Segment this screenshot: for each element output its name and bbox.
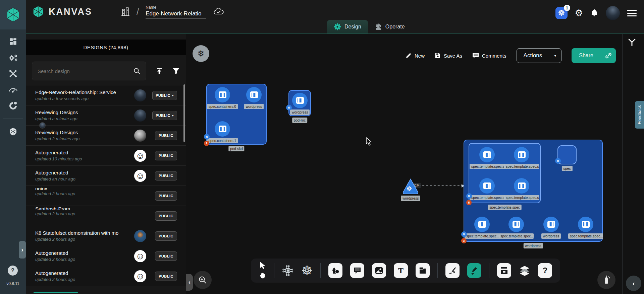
shapes-tool-button[interactable] [328, 263, 342, 278]
import-design-icon[interactable] [156, 67, 163, 75]
design-search-input[interactable] [38, 68, 133, 74]
toolbar-help-button[interactable]: ? [538, 263, 552, 278]
design-row[interactable]: K8 Statefulset demonstration with mo upd… [26, 226, 186, 246]
feedback-tab[interactable]: Feedback [635, 101, 644, 129]
actions-split-button[interactable]: Actions ▾ [517, 48, 562, 63]
sidebar-item-configuration[interactable] [5, 68, 21, 79]
share-split-button[interactable]: Share [572, 48, 616, 63]
notifications-bell-icon[interactable] [590, 9, 598, 17]
service-node[interactable]: ☸ wordpress [401, 178, 420, 201]
visibility-badge[interactable]: PUBLIC [155, 151, 177, 160]
actions-caret-icon[interactable]: ▾ [549, 49, 561, 63]
meshery-logo-tile[interactable] [0, 0, 26, 29]
kubernetes-badge-icon[interactable]: ☸ [466, 193, 472, 199]
visibility-badge[interactable]: PUBLIC [155, 251, 177, 261]
pod-template-group[interactable]: spec.template.spec.s... spec.template.sp… [469, 143, 541, 203]
design-row[interactable]: Reviewing Designs updated a minute ago P… [26, 105, 186, 125]
user-avatar[interactable] [606, 6, 620, 20]
design-row[interactable]: Autogenerated updated 10 minutes ago ☺ P… [26, 145, 186, 165]
freehand-draw-tool-button[interactable] [467, 263, 481, 278]
kubernetes-badge-icon[interactable]: ☸ [461, 231, 467, 237]
tab-design[interactable]: Design [327, 20, 368, 33]
container-node[interactable]: spec.template.spec.s... [471, 147, 503, 169]
kanvas-brand[interactable]: KANVAS [32, 5, 92, 18]
filter-icon[interactable] [172, 68, 180, 74]
container-node[interactable]: spec.template.spec... [570, 217, 602, 239]
kubernetes-tool-icon[interactable]: ☸ [301, 263, 313, 278]
component-drawer-button[interactable] [497, 263, 511, 278]
canvas-menu-button[interactable]: ❄ [193, 45, 209, 62]
whiteboard-spray-button[interactable] [597, 271, 615, 289]
container-node[interactable]: spec.containers.0 [206, 87, 238, 109]
select-tool-cursor-icon[interactable] [259, 262, 266, 270]
zoom-in-button[interactable] [194, 271, 212, 289]
layers-button[interactable] [519, 265, 530, 276]
save-as-button[interactable]: Save As [435, 53, 462, 59]
design-row[interactable]: Autogenerated updated 2 hours ago ☺ PUBL… [26, 266, 186, 286]
sidebar-item-performance[interactable] [5, 84, 21, 95]
container-node[interactable]: spec.template.spec... [466, 217, 498, 239]
settings-gear-icon[interactable]: ⚙ [575, 8, 583, 18]
container-node[interactable]: spec.containers.1 [206, 121, 238, 143]
pen-tool-button[interactable] [445, 263, 460, 278]
help-icon[interactable]: ? [8, 266, 18, 276]
error-count-badge[interactable]: 2 [204, 141, 209, 146]
design-row[interactable]: Santhosh-Prom updated 2 hours ago PUBLIC [26, 206, 186, 226]
deployment-group[interactable]: spec.template.spec.s... spec.template.sp… [464, 140, 603, 242]
kubernetes-badge-icon[interactable]: ☸ [555, 158, 561, 164]
pod-skd-group[interactable]: spec.containers.0 wordpress spec.contain… [206, 84, 267, 145]
search-icon[interactable] [133, 67, 141, 75]
components-circuit-icon[interactable] [282, 265, 293, 276]
new-button[interactable]: New [406, 53, 425, 59]
visibility-badge[interactable]: PUBLIC ▾ [152, 111, 177, 120]
panel-scrollbar[interactable] [183, 84, 185, 142]
container-node[interactable]: wordpress [284, 93, 316, 115]
menu-hamburger-icon[interactable] [627, 10, 637, 16]
container-node[interactable]: spec.template.spec... [500, 217, 532, 239]
container-node[interactable]: wordpress [238, 87, 270, 109]
pod-roc-group[interactable]: wordpress ☸ pod-roc [288, 90, 311, 116]
container-node[interactable]: spec.template.spec.s... [505, 147, 538, 169]
visibility-badge[interactable]: PUBLIC [155, 191, 177, 201]
design-name-input[interactable] [146, 10, 206, 18]
dock-collapse-chevron[interactable]: ‹ [626, 276, 641, 291]
design-canvas[interactable]: ❄ New Save As [186, 34, 644, 294]
kubernetes-badge-icon[interactable]: ☸ [204, 134, 210, 140]
share-label[interactable]: Share [572, 48, 601, 63]
comment-tool-button[interactable] [350, 263, 364, 278]
panel-collapse-button[interactable]: ‹ [186, 274, 193, 291]
error-count-badge[interactable]: 3 [461, 238, 467, 243]
text-tool-button[interactable]: T [394, 263, 408, 278]
merge-fork-icon[interactable] [628, 38, 636, 46]
sidebar-expand-button[interactable]: › [19, 241, 26, 259]
design-row[interactable]: Reviewing Designs updated 2 minutes ago … [26, 125, 186, 145]
tab-operate[interactable]: Operate [368, 20, 412, 33]
design-row[interactable]: Autogenerated updated 2 hours ago ☺ PUBL… [26, 246, 186, 266]
visibility-badge[interactable]: PUBLIC [155, 231, 177, 241]
visibility-badge[interactable]: PUBLIC [155, 131, 177, 140]
visibility-badge[interactable]: PUBLIC [155, 272, 177, 281]
visibility-badge[interactable]: PUBLIC [155, 171, 177, 180]
sidebar-item-dashboard[interactable] [5, 36, 21, 47]
error-count-badge[interactable]: 5 [466, 200, 472, 205]
sidebar-item-extensions[interactable] [5, 100, 21, 111]
note-tool-button[interactable] [416, 263, 430, 278]
design-row[interactable]: Edge-Network-Relationship: Service updat… [26, 85, 186, 105]
container-node[interactable]: wordpress [535, 217, 567, 239]
copy-link-icon[interactable] [601, 48, 616, 63]
image-tool-button[interactable] [372, 263, 386, 278]
visibility-badge[interactable]: PUBLIC ▾ [152, 91, 177, 100]
kubernetes-context-chip[interactable]: ☸ 1 [555, 7, 568, 19]
container-node[interactable]: spec.template.spec.s... [471, 178, 503, 200]
container-node[interactable]: spec.template.spec.s... [505, 178, 538, 200]
comments-button[interactable]: Comments [472, 53, 506, 59]
sidebar-item-kanvas[interactable] [5, 126, 21, 137]
spec-node[interactable]: ☸ spec [557, 145, 577, 164]
sidebar-item-lifecycle[interactable] [5, 52, 21, 63]
organization-icon[interactable] [121, 7, 130, 16]
actions-label[interactable]: Actions [517, 49, 549, 63]
visibility-badge[interactable]: PUBLIC [155, 211, 177, 221]
design-row[interactable]: Autogenerated updated an hour ago ☺ PUBL… [26, 165, 186, 186]
kubernetes-badge-icon[interactable]: ☸ [286, 105, 292, 111]
design-row[interactable]: nginx updated 2 hours ago PUBLIC [26, 186, 186, 206]
